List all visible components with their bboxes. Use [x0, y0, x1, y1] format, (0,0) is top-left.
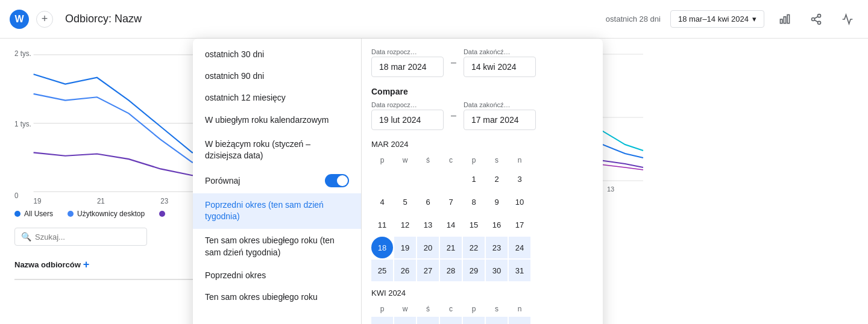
- cal-day-apr-5[interactable]: 5: [463, 317, 485, 324]
- cal-day-mar-15[interactable]: 15: [463, 214, 485, 235]
- cal-day-mar-31[interactable]: 31: [509, 260, 530, 281]
- cal-day-mar-1[interactable]: 1: [463, 168, 485, 190]
- cal-day-mar-16[interactable]: 16: [486, 214, 508, 235]
- quick-option-ten-sam-rok[interactable]: Ten sam okres ubiegłego roku: [193, 286, 361, 308]
- cal-header-apr-c1: c: [440, 302, 462, 316]
- calendar-panel: Data rozpocz… 18 mar 2024 – Data zakońcź…: [362, 39, 603, 324]
- svg-point-3: [818, 14, 821, 17]
- top-bar: W + Odbiorcy: Nazw ostatnich 28 dni 18 m…: [0, 0, 868, 39]
- cal-day-mar-7[interactable]: 7: [440, 191, 462, 213]
- cal-day-apr-2[interactable]: 2: [394, 317, 416, 324]
- quick-option-30dni[interactable]: ostatnich 30 dni: [193, 43, 361, 65]
- cal-day-apr-3[interactable]: 3: [417, 317, 439, 324]
- legend-dot-desktop: [68, 211, 74, 217]
- cal-day-empty: [440, 168, 462, 190]
- compare-toggle[interactable]: ✓: [325, 174, 349, 187]
- cal-day-mar-12[interactable]: 12: [394, 214, 416, 235]
- cal-day-mar-10[interactable]: 10: [509, 191, 530, 213]
- cal-day-empty: [417, 168, 439, 190]
- cal-day-apr-7[interactable]: 7: [509, 317, 530, 324]
- svg-text:2 tys.: 2 tys.: [14, 49, 31, 57]
- cal-day-mar-4[interactable]: 4: [371, 191, 393, 213]
- compare-toggle-row: Porównaj ✓: [193, 168, 361, 193]
- cal-day-mar-11[interactable]: 11: [371, 214, 393, 235]
- cal-header-p2: p: [463, 154, 485, 167]
- search-box[interactable]: 🔍: [14, 228, 147, 246]
- quick-option-90dni[interactable]: ostatnich 90 dni: [193, 65, 361, 87]
- svg-text:0: 0: [14, 192, 19, 199]
- top-bar-left: W + Odbiorcy: Nazw: [10, 10, 142, 29]
- cal-day-mar-6[interactable]: 6: [417, 191, 439, 213]
- share-icon[interactable]: [805, 8, 827, 30]
- cal-header-apr-p1: p: [371, 302, 393, 316]
- svg-text:13: 13: [607, 185, 614, 193]
- cal-day-mar-29[interactable]: 29: [463, 260, 485, 281]
- legend-label-desktop: Użytkownicy desktop: [77, 210, 145, 218]
- end-date-input[interactable]: 14 kwi 2024: [464, 57, 536, 77]
- start-date-wrapper: Data rozpocz… 18 mar 2024: [371, 48, 444, 77]
- cal-header-s1: ś: [417, 154, 439, 167]
- quick-option-ubiegly-rok[interactable]: W ubiegłym roku kalendarzowym: [193, 108, 361, 132]
- cal-day-apr-6[interactable]: 6: [486, 317, 508, 324]
- cal-day-mar-13[interactable]: 13: [417, 214, 439, 235]
- svg-text:23: 23: [160, 197, 168, 205]
- cal-day-mar-19[interactable]: 19: [394, 237, 416, 258]
- cal-day-mar-2[interactable]: 2: [486, 168, 508, 190]
- add-audience-button[interactable]: +: [83, 258, 90, 271]
- cal-day-mar-30[interactable]: 30: [486, 260, 508, 281]
- legend-desktop: Użytkownicy desktop: [68, 210, 145, 218]
- quick-option-biezacy-rok[interactable]: W bieżącym roku (styczeń – dzisiejsza da…: [193, 132, 361, 168]
- cal-day-mar-17[interactable]: 17: [509, 214, 530, 235]
- date-range-button[interactable]: 18 mar–14 kwi 2024 ▾: [670, 10, 764, 28]
- cal-header-apr-w1: w: [394, 302, 416, 316]
- compare-end-label: Data zakońcź…: [464, 101, 536, 108]
- cal-day-mar-9[interactable]: 9: [486, 191, 508, 213]
- start-date-input[interactable]: 18 mar 2024: [371, 57, 444, 77]
- activity-icon[interactable]: [837, 8, 858, 30]
- cal-day-mar-21[interactable]: 21: [440, 237, 462, 258]
- svg-line-6: [814, 20, 818, 22]
- cal-day-mar-3[interactable]: 3: [509, 168, 530, 190]
- col-name-header[interactable]: Nazwa odbiorców +: [14, 255, 167, 274]
- cal-day-apr-1[interactable]: 1: [371, 317, 393, 324]
- cal-day-apr-4[interactable]: 4: [440, 317, 462, 324]
- cal-header-apr-s2: s: [486, 302, 508, 316]
- cal-header-w1: w: [394, 154, 416, 167]
- cal-day-mar-24[interactable]: 24: [509, 237, 530, 258]
- compare-end-input[interactable]: 17 mar 2024: [464, 110, 536, 130]
- svg-text:mar: mar: [27, 204, 39, 205]
- svg-rect-0: [781, 19, 782, 23]
- cal-day-mar-14[interactable]: 14: [440, 214, 462, 235]
- main-content: 2 tys. 1 tys. 0 19 mar 21 23: [0, 39, 868, 324]
- cal-day-mar-18[interactable]: 18: [371, 237, 393, 258]
- cal-day-mar-25[interactable]: 25: [371, 260, 393, 281]
- cal-day-empty: [394, 168, 416, 190]
- svg-text:1 tys.: 1 tys.: [14, 120, 31, 128]
- cal-day-mar-23[interactable]: 23: [486, 237, 508, 258]
- cal-day-mar-8[interactable]: 8: [463, 191, 485, 213]
- compare-start-input[interactable]: 19 lut 2024: [371, 110, 444, 130]
- svg-point-4: [812, 17, 815, 20]
- cal-day-mar-27[interactable]: 27: [417, 260, 439, 281]
- april-title: KWI 2024: [371, 288, 593, 298]
- legend-purple: [159, 210, 169, 218]
- compare-label: Porównaj: [205, 176, 240, 185]
- cal-day-mar-22[interactable]: 22: [463, 237, 485, 258]
- quick-option-poprzedni-tydz[interactable]: Poprzedni okres (ten sam dzień tygodnia): [193, 193, 361, 229]
- quick-option-poprzedni-okres[interactable]: Poprzedni okres: [193, 264, 361, 286]
- chart-bar-icon[interactable]: [774, 8, 796, 30]
- svg-rect-1: [784, 16, 785, 23]
- search-icon: 🔍: [21, 232, 31, 241]
- quick-option-12mies[interactable]: ostatnich 12 miesięcy: [193, 87, 361, 108]
- cal-day-mar-5[interactable]: 5: [394, 191, 416, 213]
- search-input[interactable]: [35, 232, 140, 241]
- cal-day-mar-26[interactable]: 26: [394, 260, 416, 281]
- quick-option-ubiegly-rok-tydz[interactable]: Ten sam okres ubiegłego roku (ten sam dz…: [193, 229, 361, 264]
- cal-header-apr-s1: ś: [417, 302, 439, 316]
- cal-day-mar-28[interactable]: 28: [440, 260, 462, 281]
- cal-day-mar-20[interactable]: 20: [417, 237, 439, 258]
- compare-end-wrapper: Data zakońcź… 17 mar 2024: [464, 101, 536, 130]
- legend-dot-all-users: [14, 211, 20, 217]
- add-button[interactable]: +: [36, 11, 53, 28]
- quick-options-panel: ostatnich 30 dni ostatnich 90 dni ostatn…: [193, 39, 362, 324]
